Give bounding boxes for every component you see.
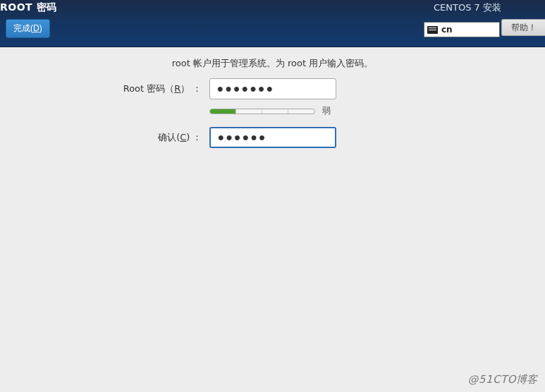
header: ROOT 密码 CENTOS 7 安装 完成(D) cn 帮助！ (0, 0, 545, 47)
done-suffix: ) (39, 23, 42, 33)
password-strength-meter (209, 109, 315, 114)
root-password-input[interactable] (209, 78, 336, 99)
root-password-row: Root 密码（R） ： (82, 78, 463, 99)
page-title: ROOT 密码 (0, 1, 57, 14)
root-accelerator: R (174, 83, 180, 94)
password-strength-label: 弱 (322, 105, 331, 117)
keyboard-layout-text: cn (441, 25, 453, 35)
keyboard-icon (427, 26, 438, 34)
strength-segment (210, 109, 236, 114)
confirm-accelerator: C (180, 132, 186, 142)
confirm-password-label: 确认(C) ： (82, 131, 209, 144)
done-prefix: 完成( (13, 23, 33, 33)
instruction-text: root 帐户用于管理系统。为 root 用户输入密码。 (0, 57, 545, 70)
installer-title: CENTOS 7 安装 (434, 1, 501, 14)
root-password-label: Root 密码（R） ： (82, 82, 209, 95)
confirm-password-input[interactable] (209, 127, 336, 148)
done-button[interactable]: 完成(D) (6, 19, 50, 38)
keyboard-layout-indicator[interactable]: cn (424, 22, 500, 37)
strength-segment (236, 109, 262, 114)
content: root 帐户用于管理系统。为 root 用户输入密码。 Root 密码（R） … (0, 47, 545, 148)
done-accelerator: D (33, 23, 39, 33)
help-button[interactable]: 帮助！ (501, 19, 545, 36)
strength-segment (262, 109, 288, 114)
confirm-password-row: 确认(C) ： (82, 127, 463, 148)
strength-segment (288, 109, 314, 114)
password-strength-row: 弱 (82, 105, 463, 117)
watermark: @51CTO博客 (467, 373, 538, 386)
